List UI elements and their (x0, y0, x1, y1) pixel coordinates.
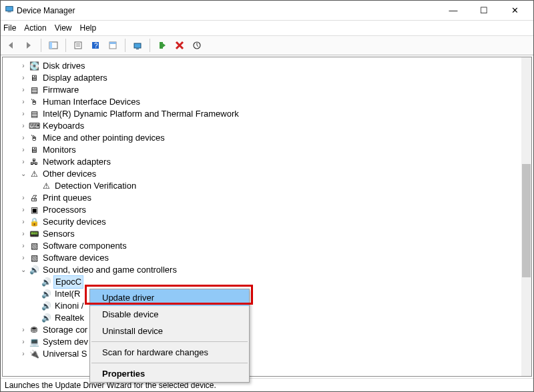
window-title: Device Manager (17, 6, 444, 15)
expand-icon[interactable]: › (19, 60, 28, 72)
expand-icon[interactable]: › (19, 348, 28, 360)
expand-icon[interactable]: › (19, 84, 28, 96)
show-hide-console-tree-button[interactable] (47, 39, 60, 52)
expand-icon[interactable]: › (19, 324, 28, 336)
tree-item-sound-video[interactable]: ⌄🔊Sound, video and game controllers (19, 264, 531, 276)
svg-rect-1 (7, 12, 11, 13)
ctx-scan-hardware[interactable]: Scan for hardware changes (90, 344, 249, 361)
ctx-separator (91, 341, 248, 342)
tree-item-other-devices[interactable]: ⌄⚠Other devices (19, 168, 531, 180)
tree-item-keyboards[interactable]: ›⌨Keyboards (19, 120, 531, 132)
vertical-scrollbar[interactable] (521, 57, 531, 376)
ctx-update-driver[interactable]: Update driver (90, 289, 249, 306)
expand-icon[interactable]: › (19, 216, 28, 228)
tree-item-mice[interactable]: ›🖱Mice and other pointing devices (19, 132, 531, 144)
menubar: File Action View Help (1, 21, 533, 35)
network-icon: 🖧 (29, 157, 39, 167)
expand-icon[interactable]: › (19, 132, 28, 144)
context-menu: Update driver Disable device Uninstall d… (89, 289, 250, 383)
tree-item-network[interactable]: ›🖧Network adapters (19, 156, 531, 168)
device-tree[interactable]: ›💽Disk drives ›🖥Display adapters ›▤Firmw… (3, 57, 531, 363)
storage-icon: ⛃ (29, 325, 39, 335)
tree-item-detection-verification[interactable]: ⚠Detection Verification (19, 180, 531, 192)
tree-item-monitors[interactable]: ›🖥Monitors (19, 144, 531, 156)
toolbar: ? (1, 35, 533, 55)
expand-icon[interactable]: › (19, 192, 28, 204)
close-button[interactable]: ✕ (505, 4, 524, 17)
properties-button[interactable] (71, 39, 85, 52)
expand-icon[interactable]: › (19, 72, 28, 84)
enable-device-icon[interactable] (156, 39, 169, 52)
expand-icon[interactable]: › (19, 120, 28, 132)
sound-icon: 🔊 (29, 265, 39, 275)
tree-item-processors[interactable]: ›▣Processors (19, 204, 531, 216)
help-button[interactable]: ? (89, 39, 102, 52)
app-icon (5, 5, 14, 16)
scan-hardware-icon[interactable] (131, 39, 144, 52)
uninstall-device-icon[interactable] (173, 39, 186, 52)
action-list-button[interactable] (106, 39, 119, 52)
chip-icon: ▤ (29, 85, 39, 95)
svg-rect-11 (134, 43, 141, 48)
tree-item-display-adapters[interactable]: ›🖥Display adapters (19, 72, 531, 84)
expand-icon[interactable]: › (19, 252, 28, 264)
minimize-button[interactable]: — (444, 4, 463, 17)
tree-item-security-devices[interactable]: ›🔒Security devices (19, 216, 531, 228)
hid-icon: 🖱 (29, 97, 39, 107)
expand-icon[interactable]: › (19, 204, 28, 216)
back-button[interactable] (5, 39, 18, 52)
menu-view[interactable]: View (55, 23, 72, 33)
expand-icon[interactable]: › (19, 108, 28, 120)
ctx-disable-device[interactable]: Disable device (90, 306, 249, 323)
statusbar: Launches the Update Driver Wizard for th… (1, 378, 533, 391)
expand-icon[interactable]: › (19, 156, 28, 168)
tree-item-sensors[interactable]: ›📟Sensors (19, 228, 531, 240)
tree-item-epoc[interactable]: 🔊EpocC (19, 276, 531, 288)
scrollbar-thumb[interactable] (522, 164, 531, 277)
expand-icon[interactable]: › (19, 336, 28, 348)
maximize-button[interactable]: ☐ (475, 4, 493, 17)
display-icon: 🖥 (29, 73, 39, 83)
svg-text:?: ? (94, 42, 98, 49)
cpu-icon: ▣ (29, 205, 39, 215)
expand-icon[interactable]: › (19, 144, 28, 156)
tree-item-hid[interactable]: ›🖱Human Interface Devices (19, 96, 531, 108)
expand-icon[interactable]: › (19, 96, 28, 108)
svg-rect-3 (49, 42, 52, 49)
menu-file[interactable]: File (3, 23, 16, 33)
sound-device-icon: 🔊 (41, 301, 51, 311)
tree-item-firmware[interactable]: ›▤Firmware (19, 84, 531, 96)
monitor-icon: 🖥 (29, 145, 39, 155)
expand-icon[interactable]: › (19, 228, 28, 240)
printer-icon: 🖨 (29, 193, 39, 203)
tree-item-intel-dptf[interactable]: ›▤Intel(R) Dynamic Platform and Thermal … (19, 108, 531, 120)
update-driver-icon[interactable] (190, 39, 204, 52)
sound-device-icon: 🔊 (41, 289, 51, 299)
sound-device-icon: 🔊 (41, 313, 51, 323)
system-icon: 💻 (29, 337, 39, 347)
device-manager-window: Device Manager — ☐ ✕ File Action View He… (0, 0, 534, 392)
collapse-icon[interactable]: ⌄ (19, 264, 28, 276)
tree-item-print-queues[interactable]: ›🖨Print queues (19, 192, 531, 204)
tree-item-disk-drives[interactable]: ›💽Disk drives (19, 60, 531, 72)
usb-icon: 🔌 (29, 349, 39, 359)
device-tree-panel: ›💽Disk drives ›🖥Display adapters ›▤Firmw… (2, 57, 532, 377)
keyboard-icon: ⌨ (29, 121, 39, 131)
svg-rect-0 (6, 7, 13, 11)
collapse-icon[interactable]: ⌄ (19, 168, 28, 180)
menu-help[interactable]: Help (80, 23, 97, 33)
ctx-uninstall-device[interactable]: Uninstall device (90, 323, 249, 339)
other-devices-icon: ⚠ (29, 169, 39, 179)
tree-item-software-components[interactable]: ›▧Software components (19, 240, 531, 252)
ctx-properties[interactable]: Properties (90, 365, 249, 382)
menu-action[interactable]: Action (24, 23, 46, 33)
forward-button[interactable] (22, 39, 35, 52)
svg-rect-13 (160, 42, 163, 49)
svg-rect-10 (109, 42, 116, 44)
ctx-separator (91, 363, 248, 363)
tree-item-software-devices[interactable]: ›▧Software devices (19, 252, 531, 264)
security-icon: 🔒 (29, 217, 39, 227)
titlebar: Device Manager — ☐ ✕ (1, 1, 533, 21)
expand-icon[interactable]: › (19, 240, 28, 252)
svg-rect-12 (136, 49, 139, 49)
